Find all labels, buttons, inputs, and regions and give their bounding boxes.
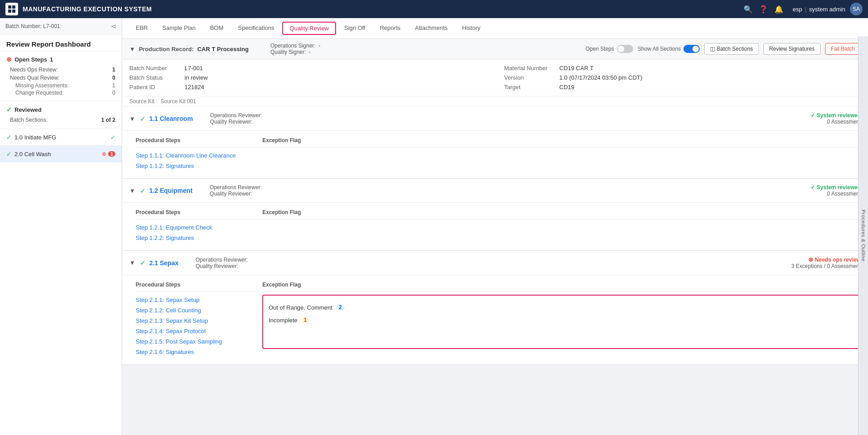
- tab-reports[interactable]: Reports: [374, 21, 407, 36]
- tab-specifications[interactable]: Specifications: [232, 21, 280, 36]
- cleanroom-ops-reviewer: Operations Reviewer:: [210, 112, 262, 119]
- sepax-columns: Procedural Steps Step 2.1.1: Sepax Setup…: [136, 280, 861, 357]
- cleanroom-columns: Procedural Steps Step 1.1.1: Cleanroom L…: [136, 135, 861, 171]
- step-2-1-5-link[interactable]: Step 2.1.5: Post Sepax Sampling: [136, 336, 262, 347]
- step-1-1-1-link[interactable]: Step 1.1.1: Cleanroom Line Clearance: [136, 150, 262, 161]
- sidebar-item-initiate-mfg-left: ✓ 1.0 Initiate MFG: [6, 134, 56, 141]
- exception-incomplete-label: Incomplete: [269, 317, 298, 324]
- tab-bar: EBR Sample Plan BOM Specifications Quali…: [122, 18, 868, 39]
- equipment-status: ✓ System reviewed 0 Assessment: [811, 184, 861, 197]
- collapse-sidebar-icon[interactable]: ⊲: [111, 23, 116, 30]
- tab-sample-plan[interactable]: Sample Plan: [156, 21, 202, 36]
- batch-number-row: Batch Number L7-001: [129, 65, 486, 72]
- section-equipment-header: ▼ ✓ 1.2 Equipment Operations Reviewer: Q…: [122, 179, 868, 203]
- sepax-chevron[interactable]: ▼: [129, 259, 135, 266]
- procedures-sidebar[interactable]: Procedures & Outline: [858, 36, 868, 435]
- batch-sections-button[interactable]: ◫ Batch Sections: [704, 43, 759, 55]
- exception-item-out-of-range: Out of Range, Comment 2: [269, 301, 854, 314]
- language-selector[interactable]: esp: [792, 6, 802, 13]
- patient-id-value: 121824: [185, 84, 204, 91]
- cell-wash-label: 2.0 Cell Wash: [14, 151, 51, 158]
- exception-out-of-range-label: Out of Range, Comment: [269, 304, 332, 311]
- patient-id-label: Patient ID: [129, 84, 179, 91]
- step-1-2-2-link[interactable]: Step 1.2.2: Signatures: [136, 233, 262, 243]
- cleanroom-body: Procedural Steps Step 1.1.1: Cleanroom L…: [122, 131, 868, 178]
- step-1-1-2-link[interactable]: Step 1.1.2: Signatures: [136, 161, 262, 171]
- help-icon[interactable]: ❓: [759, 5, 768, 14]
- source-kit-value: Source Kit 001: [161, 98, 196, 105]
- logo-icon[interactable]: [5, 3, 18, 15]
- tab-attachments[interactable]: Attachments: [408, 21, 454, 36]
- fail-batch-button[interactable]: Fail Batch: [825, 43, 861, 55]
- equipment-title[interactable]: 1.2 Equipment: [149, 187, 193, 194]
- sepax-exception-header: Exception Flag: [262, 280, 861, 292]
- equipment-chevron[interactable]: ▼: [129, 187, 135, 194]
- sidebar-item-initiate-mfg[interactable]: ✓ 1.0 Initiate MFG ✓: [0, 129, 122, 146]
- step-2-1-3-link[interactable]: Step 2.1.3: Sepax Kit Setup: [136, 315, 262, 326]
- cleanroom-chevron[interactable]: ▼: [129, 115, 135, 122]
- section-cleanroom-header: ▼ ✓ 1.1 Cleanroom Operations Reviewer: Q…: [122, 107, 868, 131]
- alert-icon: ⊗: [6, 56, 12, 63]
- search-icon[interactable]: 🔍: [744, 5, 753, 14]
- initiate-mfg-check2-icon: ✓: [110, 134, 115, 141]
- sepax-steps-col: Procedural Steps Step 2.1.1: Sepax Setup…: [136, 280, 262, 357]
- exception-incomplete-count: 1: [301, 316, 310, 324]
- cleanroom-qual-reviewer: Quality Reviewer:: [210, 119, 262, 125]
- sidebar-item-cell-wash[interactable]: ✓ 2.0 Cell Wash ⊗ 1: [0, 146, 122, 163]
- sidebar-item-initiate-mfg-right: ✓: [110, 134, 115, 141]
- batch-number: Batch Number: L7-001: [5, 23, 60, 29]
- open-steps-title: ⊗ Open Steps 1: [6, 56, 115, 63]
- sidebar-header: Batch Number: L7-001 ⊲: [0, 18, 122, 35]
- sidebar-item-cell-wash-right: ⊗ 1: [102, 151, 115, 157]
- step-2-1-1-link[interactable]: Step 2.1.1: Sepax Setup: [136, 295, 262, 305]
- source-kit-label: Source Kit: [129, 98, 154, 105]
- show-all-toggle-label: Show All Sections: [638, 46, 681, 52]
- sepax-title[interactable]: 2.1 Sepax: [149, 259, 179, 267]
- reviewed-check-icon: ✓: [6, 106, 12, 113]
- cleanroom-steps-header: Procedural Steps: [136, 135, 262, 148]
- cleanroom-check-icon: ✓: [140, 115, 146, 123]
- sepax-check-icon: ✓: [140, 258, 146, 267]
- step-1-2-1-link[interactable]: Step 1.2.1: Equipment Check: [136, 222, 262, 233]
- sepax-ops-reviewer: Operations Reviewer:: [195, 257, 247, 263]
- review-signatures-button[interactable]: Review Signatures: [764, 43, 821, 55]
- step-2-1-2-link[interactable]: Step 2.1.2: Cell Counting: [136, 305, 262, 315]
- batch-sections-row: Batch Sections: 1 of 2: [6, 116, 115, 124]
- step-2-1-4-link[interactable]: Step 2.1.4: Sepax Protocol: [136, 326, 262, 336]
- step-2-1-6-link[interactable]: Step 2.1.6: Signatures: [136, 347, 262, 357]
- qual-signer-value: -: [309, 49, 311, 55]
- tab-sign-off[interactable]: Sign Off: [338, 21, 372, 36]
- batch-status-value: in review: [185, 74, 208, 81]
- open-steps-toggle[interactable]: [617, 45, 633, 53]
- tab-quality-review[interactable]: Quality Review: [282, 22, 336, 35]
- cell-wash-warn-icon: ⊗: [102, 151, 106, 157]
- needs-ops-label: Needs Ops Review:: [10, 67, 58, 73]
- missing-assessments-row: Missing Assessments: 1: [6, 82, 115, 89]
- needs-qual-label: Needs Qual Review:: [10, 75, 59, 81]
- equipment-ops-reviewer: Operations Reviewer:: [210, 184, 262, 191]
- tab-bom[interactable]: BOM: [204, 21, 230, 36]
- tab-history[interactable]: History: [456, 21, 487, 36]
- equipment-exception-col: Exception Flag: [262, 207, 861, 243]
- cleanroom-title[interactable]: 1.1 Cleanroom: [149, 115, 193, 122]
- notification-icon[interactable]: 🔔: [774, 5, 783, 14]
- cleanroom-status: ✓ System reviewed 0 Assessment: [811, 112, 861, 125]
- equipment-reviewers: Operations Reviewer: Quality Reviewer:: [210, 184, 262, 197]
- equipment-qual-reviewer: Quality Reviewer:: [210, 191, 262, 197]
- show-all-toggle-group: Show All Sections: [638, 45, 700, 53]
- tab-ebr[interactable]: EBR: [129, 21, 154, 36]
- production-record-right: Open Steps Show All Sections ◫ Batch Sec…: [585, 43, 861, 55]
- sidebar-item-cell-wash-left: ✓ 2.0 Cell Wash: [6, 150, 51, 158]
- equipment-status-label: ✓ System reviewed: [811, 184, 861, 191]
- exception-flag-box: Out of Range, Comment 2 Incomplete 1: [262, 295, 861, 349]
- batch-sections-value: 1 of 2: [101, 117, 115, 123]
- open-steps-toggle-label: Open Steps: [585, 46, 614, 52]
- user-avatar[interactable]: SA: [850, 3, 863, 15]
- batch-number-label: Batch Number: [129, 65, 179, 72]
- equipment-steps-col: Procedural Steps Step 1.2.1: Equipment C…: [136, 207, 262, 243]
- production-record-bar: ▼ Production Record: CAR T Processing Op…: [122, 39, 868, 59]
- production-record-chevron[interactable]: ▼: [129, 46, 135, 53]
- material-number-value: CD19 CAR T: [560, 65, 594, 72]
- equipment-exception-header: Exception Flag: [262, 207, 861, 220]
- show-all-toggle[interactable]: [683, 45, 700, 53]
